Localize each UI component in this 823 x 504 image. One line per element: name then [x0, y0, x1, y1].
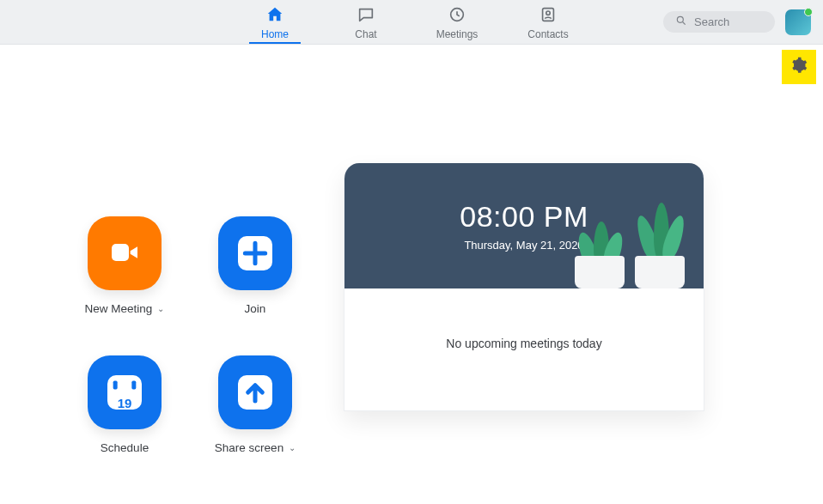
join-button[interactable]: [218, 216, 292, 290]
nav-right: Search: [663, 9, 823, 35]
svg-rect-6: [131, 381, 136, 390]
new-meeting-button[interactable]: [88, 216, 162, 290]
gear-icon: [790, 57, 808, 77]
action-schedule: 19 Schedule: [60, 355, 189, 484]
contacts-icon: [539, 5, 558, 27]
actions-grid: New Meeting ⌄ Join 19 Schedule: [0, 45, 344, 504]
search-placeholder: Search: [694, 15, 729, 28]
calendar-day: 19: [118, 397, 132, 410]
presence-indicator-icon: [804, 8, 813, 16]
chevron-down-icon: ⌄: [289, 443, 296, 452]
svg-point-3: [677, 16, 683, 22]
action-share-screen: Share screen ⌄: [191, 355, 320, 484]
search-input[interactable]: Search: [663, 11, 775, 33]
chevron-down-icon: ⌄: [157, 304, 164, 313]
home-icon: [265, 5, 284, 27]
upcoming-meetings-status: No upcoming meetings today: [344, 288, 704, 410]
action-label-row[interactable]: New Meeting ⌄: [85, 302, 165, 315]
search-icon: [675, 15, 687, 29]
tab-label: Meetings: [436, 28, 479, 40]
settings-highlight: [782, 50, 816, 84]
action-new-meeting: New Meeting ⌄: [60, 216, 189, 345]
tab-label: Chat: [355, 28, 376, 40]
svg-point-2: [546, 11, 550, 15]
action-label: New Meeting: [85, 302, 153, 315]
share-screen-button[interactable]: [218, 355, 292, 429]
tab-contacts[interactable]: Contacts: [522, 5, 574, 44]
action-label: Join: [245, 302, 266, 315]
plant-decoration-icon: [626, 203, 695, 288]
main-content: New Meeting ⌄ Join 19 Schedule: [0, 45, 823, 504]
action-label: Schedule: [101, 441, 149, 454]
action-join: Join: [191, 216, 320, 345]
tab-meetings[interactable]: Meetings: [431, 5, 483, 44]
calendar-icon: 19: [107, 375, 142, 410]
plant-decoration-icon: [566, 220, 635, 288]
tab-home[interactable]: Home: [249, 5, 301, 44]
info-card: 08:00 PM Thursday, May 21, 2020 No upcom…: [344, 163, 704, 411]
top-navbar: Home Chat Meetings Contacts: [0, 0, 823, 45]
tab-label: Contacts: [527, 28, 568, 40]
svg-rect-4: [112, 244, 129, 261]
chat-icon: [357, 5, 375, 27]
tab-chat[interactable]: Chat: [340, 5, 392, 44]
avatar[interactable]: [785, 9, 811, 35]
action-label: Share screen: [215, 441, 283, 454]
svg-rect-5: [113, 381, 118, 390]
info-column: 08:00 PM Thursday, May 21, 2020 No upcom…: [344, 45, 823, 504]
settings-button[interactable]: [787, 55, 811, 79]
plus-icon: [238, 236, 272, 270]
action-label-row[interactable]: Share screen ⌄: [215, 441, 296, 454]
nav-tabs: Home Chat Meetings Contacts: [249, 0, 574, 44]
clock-hero: 08:00 PM Thursday, May 21, 2020: [344, 163, 704, 288]
arrow-up-icon: [238, 375, 272, 410]
schedule-button[interactable]: 19: [88, 355, 162, 429]
video-icon: [107, 235, 142, 272]
clock-icon: [448, 5, 466, 27]
tab-label: Home: [261, 28, 289, 40]
